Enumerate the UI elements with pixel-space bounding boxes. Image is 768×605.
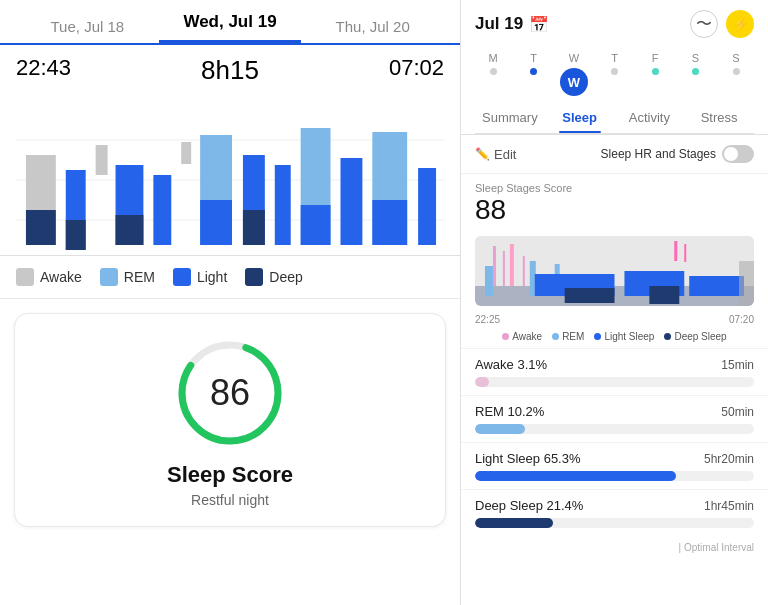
- chart-start-time: 22:25: [475, 314, 500, 325]
- week-day-thu[interactable]: T: [597, 52, 633, 96]
- svg-rect-40: [674, 241, 677, 261]
- svg-rect-41: [684, 244, 686, 262]
- legend-deep: Deep: [245, 268, 302, 286]
- legend-light: Light: [173, 268, 227, 286]
- svg-rect-10: [153, 175, 171, 245]
- stages-score-section: Sleep Stages Score 88: [461, 174, 768, 230]
- chart-time-labels: 22:25 07:20: [461, 312, 768, 327]
- awake-label: Awake: [40, 269, 82, 285]
- tab-sleep[interactable]: Sleep: [545, 100, 615, 133]
- rem-stage-time: 50min: [721, 405, 754, 419]
- score-title: Sleep Score: [167, 462, 293, 488]
- day-wed[interactable]: Wed, Jul 19: [159, 12, 302, 43]
- week-day-fri[interactable]: F: [637, 52, 673, 96]
- deep-bar-fill: [475, 518, 553, 528]
- light-bar-fill: [475, 471, 676, 481]
- tabs: Summary Sleep Activity Stress: [475, 100, 754, 134]
- svg-rect-30: [523, 256, 525, 286]
- day-label-thu: Thu, Jul 20: [301, 18, 444, 43]
- legend-rem-small: REM: [552, 331, 584, 342]
- deep-stage-name: Deep Sleep 21.4%: [475, 498, 583, 513]
- svg-rect-38: [649, 286, 679, 304]
- title-row: Jul 19 📅 〜 ⚡: [475, 10, 754, 38]
- svg-rect-21: [372, 200, 407, 245]
- day-label-wed: Wed, Jul 19: [159, 12, 302, 43]
- stage-awake: Awake 3.1% 15min: [461, 348, 768, 395]
- week-day-mon[interactable]: M: [475, 52, 511, 96]
- optimal-label: | Optimal Interval: [461, 536, 768, 557]
- duration: 8h15: [201, 55, 259, 86]
- svg-rect-16: [275, 165, 291, 245]
- awake-color: [16, 268, 34, 286]
- right-header: Jul 19 📅 〜 ⚡ M T W W T: [461, 0, 768, 135]
- week-days: M T W W T F S S: [475, 46, 754, 100]
- awake-stage-name: Awake 3.1%: [475, 357, 547, 372]
- sleep-hr-toggle[interactable]: [722, 145, 754, 163]
- deep-stage-time: 1hr45min: [704, 499, 754, 513]
- chart-legend: Awake REM Light Sleep Deep Sleep: [461, 327, 768, 348]
- rem-color: [100, 268, 118, 286]
- week-day-sat[interactable]: S: [678, 52, 714, 96]
- svg-rect-39: [739, 261, 754, 306]
- right-panel: Jul 19 📅 〜 ⚡ M T W W T: [460, 0, 768, 605]
- svg-rect-22: [418, 168, 436, 245]
- right-content: ✏️ Edit Sleep HR and Stages Sleep Stages…: [461, 135, 768, 605]
- svg-rect-28: [503, 251, 505, 286]
- legend-awake-small: Awake: [502, 331, 542, 342]
- calendar-icon[interactable]: 📅: [529, 15, 549, 34]
- stage-light: Light Sleep 65.3% 5hr20min: [461, 442, 768, 489]
- sleep-score-card: 86 Sleep Score Restful night: [14, 313, 446, 527]
- deep-color: [245, 268, 263, 286]
- toggle-row: Sleep HR and Stages: [601, 145, 754, 163]
- pulse-icon[interactable]: 〜: [690, 10, 718, 38]
- day-tue[interactable]: Tue, Jul 18: [16, 18, 159, 43]
- tab-summary[interactable]: Summary: [475, 100, 545, 133]
- bar-chart-svg: [16, 110, 444, 255]
- day-label-tue: Tue, Jul 18: [16, 18, 159, 43]
- week-day-sun[interactable]: S: [718, 52, 754, 96]
- stages-score-value: 88: [475, 194, 754, 226]
- legend-rem: REM: [100, 268, 155, 286]
- toggle-label: Sleep HR and Stages: [601, 147, 716, 161]
- edit-bar: ✏️ Edit Sleep HR and Stages: [461, 135, 768, 174]
- rem-bar-bg: [475, 424, 754, 434]
- awake-bar-fill: [475, 377, 489, 387]
- svg-rect-13: [200, 200, 232, 245]
- svg-rect-6: [66, 220, 86, 250]
- light-stage-time: 5hr20min: [704, 452, 754, 466]
- sleep-legend: Awake REM Light Deep: [0, 256, 460, 299]
- svg-rect-27: [493, 246, 496, 286]
- edit-button[interactable]: ✏️ Edit: [475, 147, 516, 162]
- week-day-tue[interactable]: T: [516, 52, 552, 96]
- svg-rect-19: [340, 158, 362, 245]
- svg-rect-37: [565, 288, 615, 303]
- week-day-wed[interactable]: W W: [556, 52, 592, 96]
- stages-score-label: Sleep Stages Score: [475, 182, 754, 194]
- tab-stress[interactable]: Stress: [684, 100, 754, 133]
- legend-deep-small: Deep Sleep: [664, 331, 726, 342]
- svg-rect-7: [96, 145, 108, 175]
- header-icons: 〜 ⚡: [690, 10, 754, 38]
- svg-rect-36: [689, 276, 744, 296]
- score-circle: 86: [175, 338, 285, 448]
- light-stage-name: Light Sleep 65.3%: [475, 451, 581, 466]
- light-label: Light: [197, 269, 227, 285]
- start-time: 22:43: [16, 55, 71, 86]
- svg-rect-31: [485, 266, 493, 296]
- score-subtitle: Restful night: [191, 492, 269, 508]
- days-header: Tue, Jul 18 Wed, Jul 19 Thu, Jul 20: [0, 0, 460, 45]
- svg-rect-29: [510, 244, 514, 286]
- svg-rect-18: [301, 205, 331, 245]
- day-thu[interactable]: Thu, Jul 20: [301, 18, 444, 43]
- svg-rect-11: [181, 142, 191, 164]
- rem-label: REM: [124, 269, 155, 285]
- bolt-icon[interactable]: ⚡: [726, 10, 754, 38]
- deep-bar-bg: [475, 518, 754, 528]
- chart-end-time: 07:20: [729, 314, 754, 325]
- svg-rect-4: [26, 210, 56, 245]
- svg-rect-9: [116, 215, 144, 245]
- tab-activity[interactable]: Activity: [615, 100, 685, 133]
- awake-bar-bg: [475, 377, 754, 387]
- end-time: 07:02: [389, 55, 444, 86]
- score-number: 86: [210, 372, 250, 414]
